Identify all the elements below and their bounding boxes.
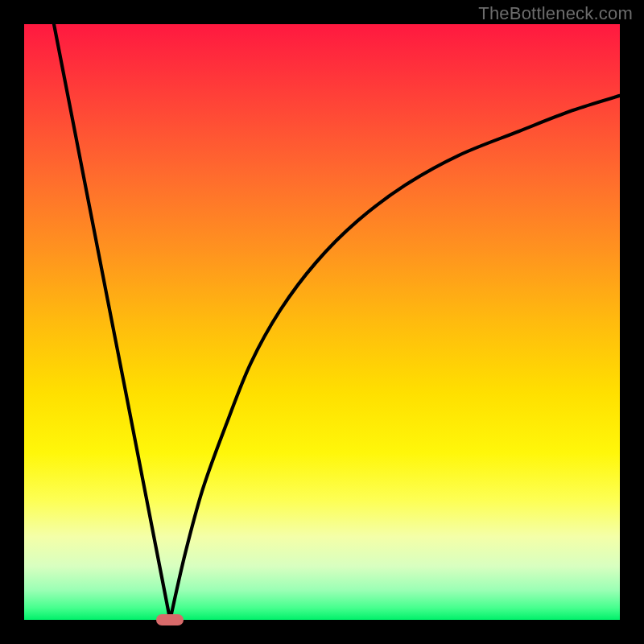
chart-frame: TheBottleneck.com (0, 0, 644, 644)
optimum-marker (156, 614, 184, 625)
watermark-text: TheBottleneck.com (478, 3, 633, 24)
curve-path (54, 24, 620, 620)
bottleneck-curve (24, 24, 620, 620)
